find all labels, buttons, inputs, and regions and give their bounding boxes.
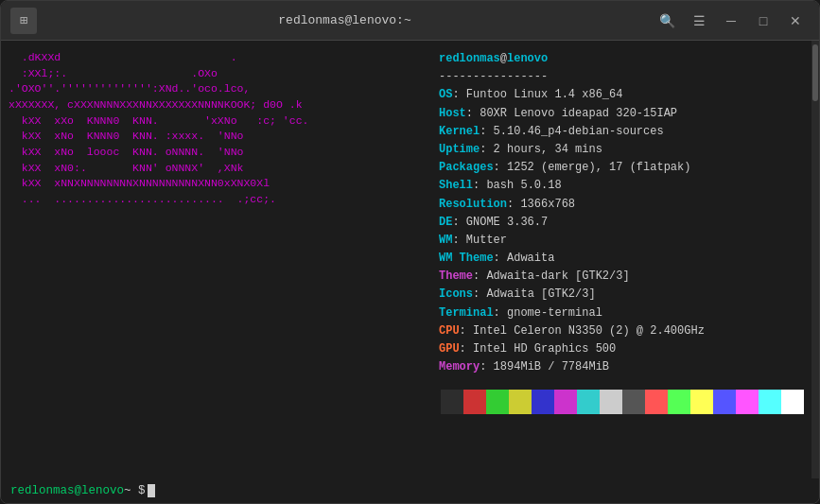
- host-line: Host: 80XR Lenovo ideapad 320-15IAP: [439, 105, 804, 123]
- palette-swatch-15: [781, 390, 804, 414]
- shell-line: Shell: bash 5.0.18: [439, 177, 804, 195]
- de-line: DE: GNOME 3.36.7: [439, 214, 804, 232]
- titlebar-controls: 🔍 ☰ ─ □ ✕: [653, 9, 810, 33]
- art-line-9: kXX xNNXNNNNNNNNXNNNNNNNNNXNN0xXNX0Xl: [9, 176, 424, 192]
- maximize-button[interactable]: □: [749, 9, 777, 33]
- terminal-key: Terminal: [439, 306, 494, 320]
- gpu-line: GPU: Intel HD Graphics 500: [439, 340, 804, 358]
- gpu-value: : Intel HD Graphics 500: [460, 342, 617, 356]
- art-line-3: .'OXO''.'''''''''''''':XNd..'oco.lco,: [9, 81, 424, 97]
- art-line-2: :XXl;:. .OXo: [9, 66, 424, 82]
- icons-value: : Adwaita [GTK2/3]: [473, 287, 596, 301]
- sysinfo-panel: redlonmas@lenovo ---------------- OS: Fu…: [431, 41, 811, 478]
- icons-key: Icons: [439, 287, 473, 301]
- wm-line: WM: Mutter: [439, 232, 804, 250]
- prompt-cursor: [148, 484, 155, 497]
- kernel-line: Kernel: 5.10.46_p4-debian-sources: [439, 123, 804, 141]
- hostname-value: lenovo: [507, 52, 548, 65]
- at-sign: @: [500, 52, 507, 65]
- menu-button[interactable]: ☰: [685, 9, 713, 33]
- palette-swatch-14: [759, 390, 781, 414]
- terminal-window: ⊞ redlonmas@lenovo:~ 🔍 ☰ ─ □ ✕ .dKXXd . …: [0, 0, 820, 504]
- resolution-line: Resolution: 1366x768: [439, 196, 804, 214]
- icons-line: Icons: Adwaita [GTK2/3]: [439, 286, 804, 304]
- art-line-8: kXX xN0:. KNN' oNNNX' ,XNk: [9, 161, 424, 177]
- separator: ----------------: [439, 70, 548, 83]
- palette-swatch-5: [554, 390, 577, 414]
- palette-swatch-8: [622, 390, 645, 414]
- wm-theme-value: : Adwaita: [494, 252, 555, 265]
- bottom-prompt-bar: redlonmas@lenovo ~ $: [1, 478, 819, 503]
- wm-value: : Mutter: [452, 234, 507, 247]
- os-value: : Funtoo Linux 1.4 x86_64: [452, 88, 622, 101]
- palette-swatch-9: [645, 390, 668, 414]
- palette-swatch-7: [600, 390, 622, 414]
- minimize-button[interactable]: ─: [717, 9, 745, 33]
- palette-swatch-4: [532, 390, 554, 414]
- de-value: : GNOME 3.36.7: [452, 216, 548, 229]
- de-key: DE: [439, 216, 452, 229]
- os-line: OS: Funtoo Linux 1.4 x86_64: [439, 86, 804, 104]
- art-line-5: kXX xXo KNNN0 KNN. 'xXNo :c; 'cc.: [9, 113, 424, 130]
- titlebar: ⊞ redlonmas@lenovo:~ 🔍 ☰ ─ □ ✕: [1, 1, 819, 41]
- terminal-line: Terminal: gnome-terminal: [439, 304, 804, 322]
- palette-swatch-11: [690, 390, 713, 414]
- titlebar-title: redlonmas@lenovo:~: [278, 13, 410, 27]
- palette-swatch-6: [577, 390, 600, 414]
- art-line-4: xXXXXXX, cXXXNNNNXXXNNXXXXXXXNNNNKOOK; d…: [9, 97, 424, 113]
- palette-swatch-12: [713, 390, 736, 414]
- terminal-icon: ⊞: [10, 8, 37, 34]
- palette-swatch-13: [736, 390, 759, 414]
- palette-swatch-3: [509, 390, 532, 414]
- theme-line: Theme: Adwaita-dark [GTK2/3]: [439, 268, 804, 286]
- art-line-6: kXX xNo KNNN0 KNN. :xxxx. 'NNo: [9, 129, 424, 145]
- ascii-art-panel: .dKXXd . :XXl;:. .OXo .'OXO''.''''''''''…: [1, 41, 431, 478]
- separator-line: ----------------: [439, 68, 804, 86]
- packages-value: : 1252 (emerge), 17 (flatpak): [494, 161, 691, 174]
- art-line-10: ... .......................... .;cc;.: [9, 192, 424, 208]
- prompt-separator: ~ $: [124, 484, 146, 497]
- theme-key: Theme: [439, 269, 473, 283]
- memory-value: : 1894MiB / 7784MiB: [480, 360, 609, 374]
- os-key: OS: [439, 88, 452, 101]
- terminal-value: : gnome-terminal: [494, 306, 602, 320]
- scrollbar-track[interactable]: [811, 41, 819, 478]
- username-value: redlonmas: [439, 52, 500, 65]
- memory-key: Memory: [439, 360, 480, 374]
- packages-key: Packages: [439, 161, 494, 174]
- prompt-username: redlonmas@lenovo: [10, 484, 124, 497]
- resolution-key: Resolution: [439, 198, 507, 211]
- search-button[interactable]: 🔍: [653, 9, 681, 33]
- close-button[interactable]: ✕: [781, 9, 810, 33]
- palette-swatch-1: [463, 390, 486, 414]
- host-value: : 80XR Lenovo ideapad 320-15IAP: [466, 107, 677, 120]
- terminal-body: .dKXXd . :XXl;:. .OXo .'OXO''.''''''''''…: [1, 41, 819, 478]
- gpu-key: GPU: [439, 342, 460, 356]
- memory-line: Memory: 1894MiB / 7784MiB: [439, 358, 804, 376]
- palette-swatch-0: [441, 390, 463, 414]
- cpu-value: : Intel Celeron N3350 (2) @ 2.400GHz: [460, 324, 705, 338]
- resolution-value: : 1366x768: [507, 198, 575, 211]
- wm-theme-key: WM Theme: [439, 252, 494, 265]
- shell-value: : bash 5.0.18: [473, 179, 562, 192]
- username-line: redlonmas@lenovo: [439, 50, 804, 68]
- art-line-1: .dKXXd .: [9, 50, 424, 66]
- uptime-line: Uptime: 2 hours, 34 mins: [439, 141, 804, 159]
- kernel-key: Kernel: [439, 125, 480, 138]
- host-key: Host: [439, 107, 466, 120]
- palette-swatch-10: [668, 390, 690, 414]
- cpu-key: CPU: [439, 324, 460, 338]
- kernel-value: : 5.10.46_p4-debian-sources: [480, 125, 663, 138]
- uptime-value: : 2 hours, 34 mins: [480, 143, 602, 156]
- shell-key: Shell: [439, 179, 473, 192]
- packages-line: Packages: 1252 (emerge), 17 (flatpak): [439, 159, 804, 177]
- scrollbar-thumb[interactable]: [812, 44, 818, 101]
- wm-theme-line: WM Theme: Adwaita: [439, 250, 804, 268]
- color-palette: [441, 390, 804, 414]
- uptime-key: Uptime: [439, 143, 480, 156]
- art-line-7: kXX xNo loooc KNN. oNNNN. 'NNo: [9, 145, 424, 161]
- theme-value: : Adwaita-dark [GTK2/3]: [473, 269, 630, 283]
- palette-swatch-2: [486, 390, 509, 414]
- titlebar-left: ⊞: [10, 8, 37, 34]
- wm-key: WM: [439, 234, 452, 247]
